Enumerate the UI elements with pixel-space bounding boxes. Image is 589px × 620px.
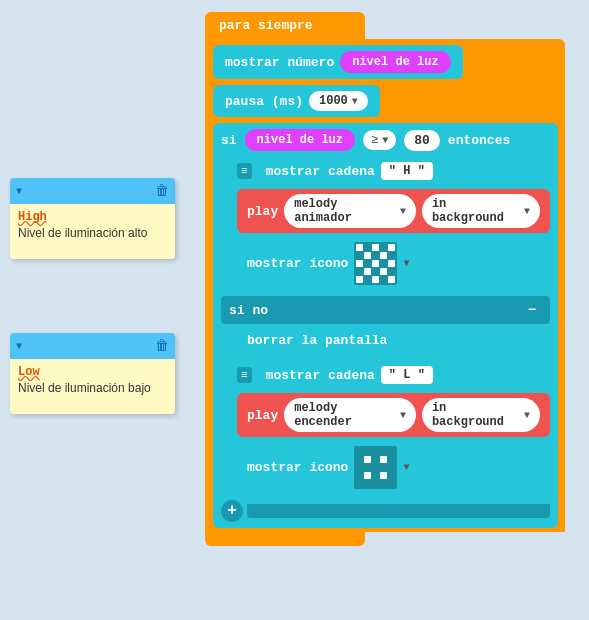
play-animador-block[interactable]: play melody animador ▼ in background ▼	[237, 189, 550, 233]
comment-low: ▼ 🗑 Low Nivel de iluminación bajo	[10, 333, 175, 414]
icon-h-dropdown[interactable]: ▼	[403, 258, 409, 269]
pause-block[interactable]: pausa (ms) 1000 ▼	[213, 85, 380, 117]
threshold-value[interactable]: 80	[404, 130, 440, 151]
show-number-block[interactable]: mostrar número nivel de luz	[213, 45, 463, 79]
in-background-input-1[interactable]: in background ▼	[422, 194, 540, 228]
comment-trash-icon-2[interactable]: 🗑	[155, 338, 169, 354]
comment-body-low: Low Nivel de iluminación bajo	[10, 359, 175, 414]
comment-title-low: Low	[18, 365, 167, 379]
show-number-label: mostrar número	[225, 55, 334, 70]
melody-animador-dropdown: ▼	[400, 206, 406, 217]
add-block-button[interactable]: +	[221, 500, 243, 522]
show-icon-label-l: mostrar ícono	[247, 460, 348, 475]
comment-header-low[interactable]: ▼ 🗑	[10, 333, 175, 359]
workspace: ▼ 🗑 High Nivel de iluminación alto ▼ 🗑 L…	[0, 0, 589, 620]
nivel-de-luz-value[interactable]: nivel de luz	[340, 51, 450, 73]
show-icon-h-block[interactable]: mostrar ícono ▼	[237, 237, 550, 290]
show-icon-l-block[interactable]: mostrar ícono ▼	[237, 441, 550, 494]
play-encender-block[interactable]: play melody encender ▼ in background ▼	[237, 393, 550, 437]
operator-badge[interactable]: ≥ ▼	[363, 130, 396, 150]
nivel-de-luz-condition[interactable]: nivel de luz	[245, 129, 355, 151]
pause-dropdown-icon: ▼	[352, 96, 358, 107]
show-string-l-block[interactable]: mostrar cadena " L "	[256, 361, 443, 389]
sino-label: si no	[229, 303, 268, 318]
operator-dropdown-icon: ▼	[382, 135, 388, 146]
if-block[interactable]: si nivel de luz ≥ ▼ 80 entonces	[213, 123, 558, 528]
forever-block[interactable]: para siempre	[205, 12, 365, 39]
pause-row: pausa (ms) 1000 ▼	[213, 85, 557, 117]
show-string-l-row: ≡ mostrar cadena " L "	[237, 361, 550, 389]
show-icon-label-h: mostrar ícono	[247, 256, 348, 271]
icon-l-dropdown[interactable]: ▼	[403, 462, 409, 473]
show-string-label-l: mostrar cadena	[266, 368, 375, 383]
comment-arrow-icon: ▼	[16, 186, 22, 197]
add-icon: +	[227, 502, 237, 520]
minus-button[interactable]: −	[522, 300, 542, 320]
comment-icon-l: ≡	[237, 367, 252, 383]
forever-label: para siempre	[219, 18, 313, 33]
show-number-row: mostrar número nivel de luz	[213, 45, 557, 79]
melody-encender-input[interactable]: melody encender ▼	[284, 398, 416, 432]
melody-animador-input[interactable]: melody animador ▼	[284, 194, 416, 228]
icon-grid-h[interactable]	[354, 242, 397, 285]
sino-block[interactable]: si no −	[221, 296, 550, 324]
blocks-container: para siempre mostrar número nivel de luz	[205, 12, 575, 546]
show-string-label-h: mostrar cadena	[266, 164, 375, 179]
comment-arrow-icon-2: ▼	[16, 341, 22, 352]
string-l-value[interactable]: " L "	[381, 366, 433, 384]
forever-bottom	[205, 532, 365, 546]
comment-text-high: Nivel de iluminación alto	[18, 226, 167, 240]
comment-icon-h: ≡	[237, 163, 252, 179]
play-label-animador: play	[247, 204, 278, 219]
clear-block[interactable]: borrar la pantalla	[237, 328, 550, 353]
comment-header-high[interactable]: ▼ 🗑	[10, 178, 175, 204]
string-h-value[interactable]: " H "	[381, 162, 433, 180]
show-string-h-block[interactable]: mostrar cadena " H "	[256, 157, 443, 185]
show-string-h-row: ≡ mostrar cadena " H "	[237, 157, 550, 185]
comment-title-high: High	[18, 210, 167, 224]
pause-label: pausa (ms)	[225, 94, 303, 109]
in-background-dropdown-2: ▼	[524, 410, 530, 421]
si-label: si	[221, 133, 237, 148]
comment-trash-icon[interactable]: 🗑	[155, 183, 169, 199]
comment-high: ▼ 🗑 High Nivel de iluminación alto	[10, 178, 175, 259]
in-background-input-2[interactable]: in background ▼	[422, 398, 540, 432]
entonces-label: entonces	[448, 133, 510, 148]
melody-encender-dropdown: ▼	[400, 410, 406, 421]
comment-body-high: High Nivel de iluminación alto	[10, 204, 175, 259]
icon-grid-l[interactable]	[354, 446, 397, 489]
pause-value[interactable]: 1000 ▼	[309, 91, 368, 111]
comment-text-low: Nivel de iluminación bajo	[18, 381, 167, 395]
in-background-dropdown-1: ▼	[524, 206, 530, 217]
forever-body: mostrar número nivel de luz pausa (ms) 1…	[205, 39, 565, 532]
play-label-encender: play	[247, 408, 278, 423]
